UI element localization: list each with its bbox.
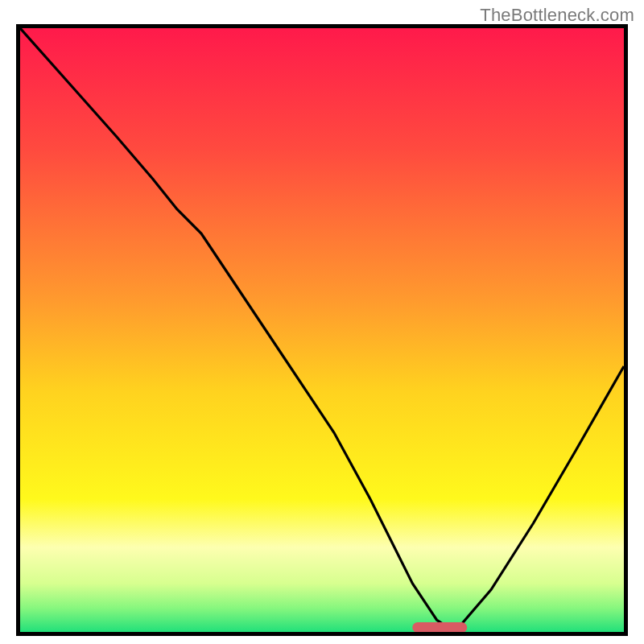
chart-stage: TheBottleneck.com xyxy=(0,0,644,644)
chart-frame xyxy=(16,24,628,636)
optimal-marker xyxy=(413,622,468,633)
watermark-text: TheBottleneck.com xyxy=(480,5,634,26)
bottleneck-curve xyxy=(20,28,624,632)
